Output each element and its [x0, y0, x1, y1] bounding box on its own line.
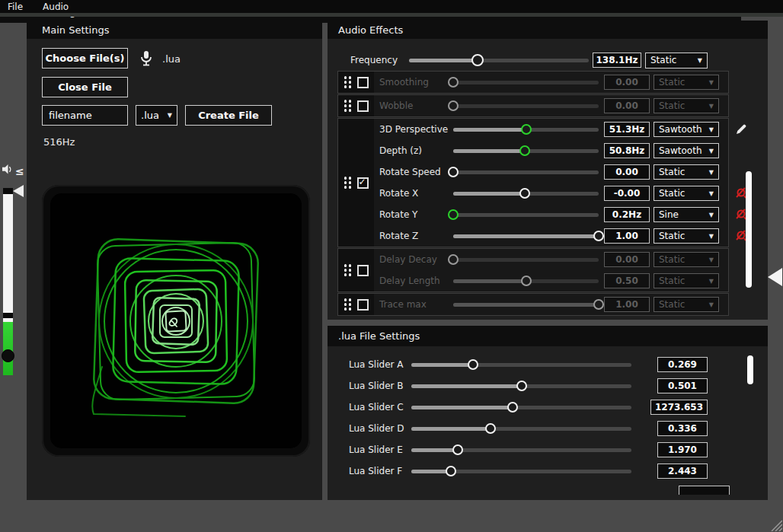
- effects-scrollbar[interactable]: [746, 171, 752, 288]
- effect-waveform-dropdown[interactable]: Static▼: [654, 273, 719, 288]
- speaker-icon[interactable]: [2, 164, 14, 178]
- lua-slider-thumb[interactable]: [452, 444, 463, 455]
- drag-handle-icon[interactable]: [344, 76, 352, 88]
- drag-handle-icon[interactable]: [344, 100, 352, 112]
- lua-slider-thumb[interactable]: [516, 381, 527, 391]
- effect-row: Rotate X -0.00 Static▼: [374, 183, 728, 204]
- effect-slider-thumb[interactable]: [448, 100, 459, 111]
- effect-waveform-dropdown[interactable]: Static▼: [654, 98, 719, 113]
- create-file-button[interactable]: Create File: [185, 105, 272, 126]
- effect-slider[interactable]: [453, 192, 599, 196]
- lua-value-box[interactable]: 2.443: [657, 464, 708, 479]
- effect-slider-thumb[interactable]: [448, 167, 459, 177]
- effect-checkbox[interactable]: [357, 100, 369, 112]
- filename-input[interactable]: [42, 105, 128, 126]
- lua-slider[interactable]: [411, 384, 631, 388]
- edit-pencil-icon[interactable]: [734, 123, 748, 136]
- effect-slider-thumb[interactable]: [448, 77, 459, 88]
- lua-slider[interactable]: [411, 427, 631, 431]
- effect-slider[interactable]: [453, 170, 599, 174]
- effect-value-box[interactable]: 0.00: [604, 252, 650, 267]
- effect-slider-thumb[interactable]: [593, 231, 604, 241]
- window-resize-grip[interactable]: [769, 518, 782, 532]
- drag-handle-icon[interactable]: [344, 177, 352, 189]
- lua-slider-thumb[interactable]: [446, 466, 456, 476]
- effect-value-box[interactable]: 1.00: [604, 297, 650, 312]
- lua-slider[interactable]: [411, 448, 631, 452]
- effect-checkbox[interactable]: [357, 299, 369, 311]
- effect-waveform-dropdown[interactable]: Static▼: [654, 186, 719, 201]
- effect-slider-thumb[interactable]: [448, 209, 459, 220]
- menu-audio[interactable]: Audio: [43, 2, 69, 12]
- drag-handle-icon[interactable]: [344, 264, 352, 276]
- effect-waveform-dropdown[interactable]: Sine▼: [654, 207, 719, 222]
- effect-slider[interactable]: [453, 258, 599, 262]
- extension-dropdown[interactable]: .lua ▼: [136, 105, 177, 126]
- effect-slider[interactable]: [453, 303, 599, 307]
- volume-meter[interactable]: [3, 188, 13, 375]
- collapse-panel-arrow[interactable]: [768, 268, 782, 286]
- volume-threshold-marker[interactable]: [13, 185, 24, 197]
- effect-slider[interactable]: [453, 213, 599, 217]
- lua-value-box[interactable]: 1.970: [657, 442, 708, 457]
- effect-waveform-value: Static: [659, 254, 685, 265]
- effect-waveform-value: Sine: [659, 209, 679, 220]
- effect-slider-thumb[interactable]: [521, 124, 532, 135]
- effect-slider[interactable]: [453, 128, 599, 132]
- frequency-slider-thumb[interactable]: [471, 54, 484, 66]
- effect-slider-thumb[interactable]: [521, 276, 532, 286]
- effect-slider-thumb[interactable]: [593, 299, 604, 310]
- lua-value-box[interactable]: 0.269: [657, 357, 708, 372]
- effect-waveform-dropdown[interactable]: Sawtooth▼: [654, 122, 719, 137]
- effect-waveform-value: Static: [659, 77, 685, 88]
- effect-value-box[interactable]: 0.50: [604, 273, 650, 288]
- effect-checkbox[interactable]: [357, 265, 369, 276]
- effect-slider[interactable]: [453, 104, 599, 108]
- volume-thumb[interactable]: [2, 349, 14, 362]
- lua-slider-thumb[interactable]: [485, 423, 496, 434]
- effect-slider[interactable]: [453, 234, 599, 238]
- lua-slider-thumb[interactable]: [507, 402, 518, 413]
- effect-value-box[interactable]: 50.8Hz: [604, 143, 650, 158]
- effect-slider-thumb[interactable]: [519, 188, 530, 199]
- microphone-icon[interactable]: [139, 50, 154, 70]
- close-file-button[interactable]: Close File: [42, 77, 128, 97]
- effect-checkbox[interactable]: [357, 177, 369, 189]
- effect-slider-thumb[interactable]: [519, 145, 530, 156]
- effect-value-box[interactable]: -0.00: [604, 186, 650, 201]
- effect-waveform-dropdown[interactable]: Static▼: [654, 252, 719, 267]
- effect-value-box[interactable]: 0.00: [604, 75, 650, 90]
- lua-scrollbar[interactable]: [747, 355, 753, 384]
- effect-waveform-dropdown[interactable]: Static▼: [654, 75, 719, 90]
- choose-file-button[interactable]: Choose File(s): [42, 48, 128, 68]
- effect-row: Wobble 0.00 Static▼: [374, 95, 728, 116]
- effect-checkbox[interactable]: [357, 77, 369, 88]
- menu-file[interactable]: File: [8, 2, 23, 12]
- lua-value-box[interactable]: 1273.653: [650, 400, 708, 415]
- lua-value-box[interactable]: 0.336: [657, 421, 708, 436]
- drag-handle-icon[interactable]: [344, 298, 352, 311]
- lua-slider[interactable]: [411, 406, 631, 409]
- frequency-waveform-dropdown[interactable]: Static ▼: [645, 53, 708, 68]
- effect-slider-thumb[interactable]: [448, 254, 459, 265]
- lua-slider[interactable]: [411, 470, 631, 473]
- effect-waveform-dropdown[interactable]: Static▼: [654, 297, 719, 312]
- frequency-slider[interactable]: [409, 59, 589, 62]
- effect-slider[interactable]: [453, 81, 599, 84]
- lua-slider-label: Lua Slider A: [328, 359, 411, 370]
- lua-slider-thumb[interactable]: [468, 359, 478, 370]
- effect-value-box[interactable]: 51.3Hz: [604, 122, 650, 137]
- effect-value-box[interactable]: 1.00: [604, 228, 650, 244]
- lua-slider[interactable]: [411, 363, 631, 367]
- effect-waveform-dropdown[interactable]: Sawtooth▼: [654, 143, 719, 158]
- frequency-value-box[interactable]: 138.1Hz: [593, 53, 641, 68]
- effect-value-box[interactable]: 0.00: [604, 164, 650, 180]
- effect-value-box[interactable]: 0.00: [604, 98, 650, 113]
- effect-slider[interactable]: [453, 279, 599, 283]
- effect-waveform-value: Static: [659, 231, 685, 241]
- effect-slider[interactable]: [453, 149, 599, 153]
- lua-value-box[interactable]: 0.501: [657, 378, 708, 393]
- effect-waveform-dropdown[interactable]: Static▼: [654, 228, 719, 244]
- effect-value-box[interactable]: 0.2Hz: [604, 207, 650, 222]
- effect-waveform-dropdown[interactable]: Static▼: [654, 164, 719, 180]
